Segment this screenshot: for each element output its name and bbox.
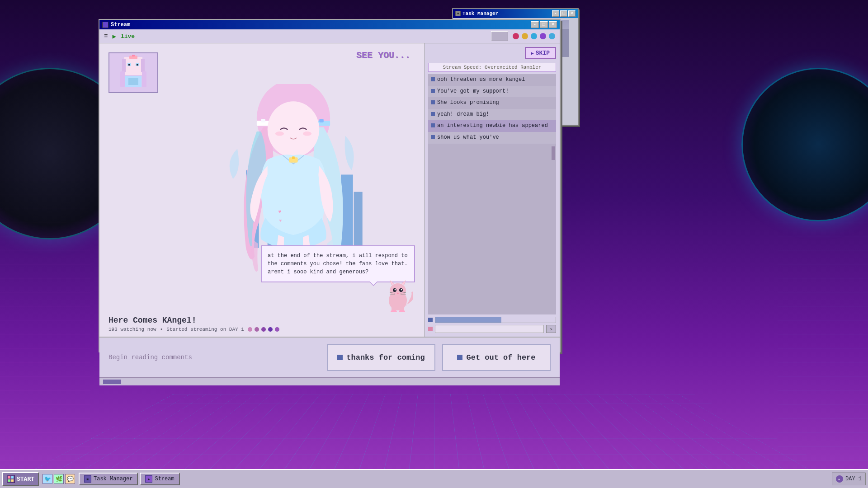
choice-label-1: thanks for coming [346, 353, 425, 362]
svg-rect-13 [128, 78, 138, 85]
svg-rect-59 [11, 479, 14, 482]
toolbar-button-1[interactable] [491, 31, 508, 41]
svg-point-25 [268, 101, 320, 157]
chat-text-4: yeah! dream big! [437, 111, 489, 118]
meta-separator: • [160, 327, 163, 332]
stream-win-controls: - □ × [531, 21, 557, 28]
speech-bubble: at the end of the stream, i will respond… [261, 245, 415, 282]
stream-minimize-button[interactable]: - [531, 21, 539, 28]
toolbar-circle-1 [513, 33, 519, 39]
tm-scroll-track [561, 29, 569, 123]
bg-grid-lines-left [0, 0, 90, 488]
svg-rect-1 [124, 57, 142, 75]
skip-label: SKIP [536, 50, 550, 56]
task-manager-icon: ■ [455, 11, 461, 16]
taskbar-icon-chat[interactable]: 💬 [65, 474, 75, 484]
chat-text-5: an interesting newbie has appeared [437, 122, 548, 130]
stream-titlebar-left: Stream [102, 22, 130, 28]
chat-message-2[interactable]: You've got my support! [428, 86, 556, 98]
svg-rect-56 [8, 476, 10, 479]
stream-speed-label: Stream Speed: Overexcited Rambler [428, 63, 556, 72]
tray-day-label: DAY 1 [845, 476, 862, 482]
task-manager-close-button[interactable]: × [568, 10, 576, 17]
svg-rect-17 [354, 192, 363, 248]
play-icon[interactable]: ▶ [112, 33, 116, 40]
start-label: START [17, 476, 34, 483]
video-thumbnail [108, 52, 158, 93]
taskbar-app-task-manager[interactable]: ■ Task Manager [79, 473, 138, 485]
stream-chat: ▶ SKIP Stream Speed: Overexcited Rambler… [424, 43, 560, 337]
svg-rect-58 [8, 479, 10, 482]
choice-button-getout[interactable]: Get out of here [442, 344, 551, 371]
tray-icon: ★ [836, 475, 843, 483]
svg-point-46 [401, 289, 402, 291]
live-label: live [121, 33, 135, 40]
stream-video-area: SEE YOU... [99, 43, 424, 337]
chat-text-6: show us what you've [437, 134, 499, 141]
toolbar-circle-4 [540, 33, 546, 39]
taskbar: START 🐦 🌿 💬 ■ Task Manager ▶ Stream ★ DA… [0, 469, 868, 488]
chat-send-button[interactable]: ▷ [546, 325, 556, 333]
chat-input-field[interactable] [435, 325, 544, 333]
stream-dot-3 [261, 327, 266, 332]
chat-message-3[interactable]: She looks promising [428, 97, 556, 109]
task-manager-title: Task Manager [462, 11, 498, 16]
task-manager-maximize-button[interactable]: □ [560, 10, 567, 17]
stream-close-button[interactable]: × [549, 21, 557, 28]
svg-rect-3 [141, 59, 145, 72]
taskbar-stream-icon: ▶ [145, 475, 152, 483]
svg-rect-9 [137, 64, 138, 66]
taskbar-quick-icons: 🐦 🌿 💬 [41, 474, 77, 484]
bg-grid-lines-right [778, 0, 868, 488]
chat-text-3: She looks promising [437, 99, 499, 107]
stream-title: Here Comes KAngel! [108, 316, 420, 325]
start-icon [7, 475, 15, 483]
skip-triangle-icon: ▶ [531, 51, 534, 56]
chat-bullet-2 [431, 89, 435, 93]
chat-progress-row [428, 317, 556, 323]
chat-message-4[interactable]: yeah! dream big! [428, 109, 556, 121]
stream-choices: Begin reading comments thanks for coming… [99, 337, 560, 377]
svg-rect-22 [319, 119, 324, 122]
svg-text:♥: ♥ [278, 209, 282, 215]
chat-progress-bar [435, 317, 556, 323]
svg-rect-57 [11, 476, 14, 479]
taskbar-tray: ★ DAY 1 [832, 473, 866, 485]
chat-progress-fill [435, 317, 501, 323]
start-button[interactable]: START [2, 472, 39, 486]
choice-bullet-2 [457, 355, 462, 360]
chat-scroll-indicator[interactable] [552, 146, 555, 160]
chat-message-5[interactable]: an interesting newbie has appeared [428, 120, 556, 132]
svg-rect-4 [120, 71, 125, 87]
stream-dots [248, 327, 279, 332]
svg-point-27 [303, 131, 311, 136]
stream-window-icon [102, 22, 108, 28]
started-info: Started streaming on DAY 1 [166, 327, 244, 332]
task-manager-titlebar-left: ■ Task Manager [455, 11, 498, 16]
task-manager-controls: - □ × [552, 10, 576, 17]
task-manager-titlebar: ■ Task Manager - □ × [453, 9, 578, 18]
chat-message-1[interactable]: ooh threaten us more kangel [428, 74, 556, 86]
cat-sprite [383, 278, 413, 312]
svg-point-45 [395, 289, 396, 291]
stream-dot-2 [255, 327, 259, 332]
chat-message-6[interactable]: show us what you've [428, 132, 556, 144]
stream-info: Here Comes KAngel! 193 watching now • St… [108, 316, 420, 332]
stream-body: SEE YOU... [99, 43, 560, 337]
skip-button[interactable]: ▶ SKIP [525, 47, 556, 59]
task-manager-minimize-button[interactable]: - [552, 10, 559, 17]
taskbar-app-stream[interactable]: ▶ Stream [140, 473, 179, 485]
stream-dot-4 [268, 327, 273, 332]
chat-text-2: You've got my support! [437, 88, 509, 95]
choice-button-thanks[interactable]: thanks for coming [327, 344, 435, 371]
toolbar-circles [513, 33, 555, 39]
task-manager-scrollbar[interactable] [561, 29, 569, 123]
hamburger-icon[interactable]: ≡ [104, 33, 108, 40]
stream-maximize-button[interactable]: □ [540, 21, 548, 28]
svg-rect-11 [132, 55, 135, 56]
svg-text:★: ★ [838, 477, 840, 481]
svg-rect-21 [261, 119, 265, 122]
taskbar-icon-bird[interactable]: 🐦 [42, 474, 52, 484]
taskbar-icon-leaf[interactable]: 🌿 [54, 474, 64, 484]
svg-text:♥: ♥ [279, 218, 282, 223]
